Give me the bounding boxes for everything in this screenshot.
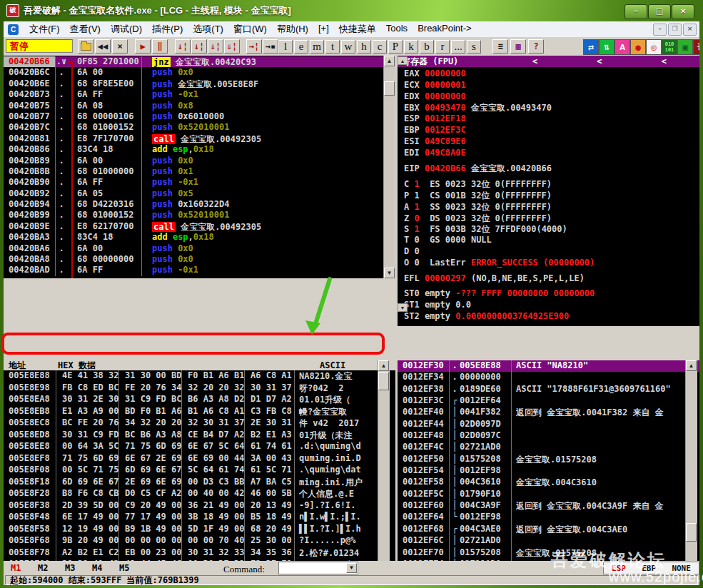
- stack-row[interactable]: 0012EF54│0012EF98: [398, 465, 699, 477]
- open-file-button[interactable]: [78, 39, 93, 54]
- register-line[interactable]: A 1 SS 0023 32位 0(FFFFFFFF): [404, 201, 699, 213]
- fpu-view-buttons[interactable]: < < <: [532, 56, 694, 67]
- register-line[interactable]: EAX 00000000: [404, 69, 699, 80]
- register-line[interactable]: Z 0 DS 0023 32位 0(FFFFFFFF): [404, 213, 699, 224]
- run-button[interactable]: ▶: [135, 39, 151, 54]
- disasm-scrollbar[interactable]: ▲ ▼: [383, 56, 395, 278]
- disassembly-pane[interactable]: 00420B66.∨0F85 2701000jnz 金宝宝取.00420C930…: [4, 56, 395, 278]
- dump-row[interactable]: 005E8EF871 75 6D 696E 67 2E 696E 69 00 4…: [4, 453, 395, 465]
- stack-row[interactable]: 0012EF4C│02721AD0: [398, 442, 699, 453]
- menu-item[interactable]: Tools: [381, 21, 413, 37]
- disasm-row[interactable]: 00420B90.6A FFpush -0x1: [4, 177, 395, 188]
- exchange-icon[interactable]: ⇄: [583, 39, 599, 55]
- stack-row[interactable]: 0012EF34.00000000: [398, 372, 699, 383]
- register-line[interactable]: EDX 00000000: [404, 91, 699, 103]
- stack-row[interactable]: 0012EF70│01575208金宝宝取.01575208: [398, 547, 699, 559]
- memory-tab-m5[interactable]: M5: [119, 563, 129, 573]
- register-line[interactable]: ST0 empty -??? FFFF 00000000 00000000: [404, 288, 699, 300]
- dump-row[interactable]: 005E8F186D 69 6E 672E 69 6E 6900 D3 C3 B…: [4, 477, 395, 489]
- target-icon[interactable]: ◎: [646, 39, 662, 55]
- dump-row[interactable]: 005E8E884E 41 38 3231 30 00 BDF0 B1 A6 B…: [4, 370, 395, 382]
- menu-item[interactable]: 调试(D): [106, 21, 147, 37]
- registers-scroll-down-icon[interactable]: ▼: [398, 303, 408, 312]
- stack-row[interactable]: 0012EF5C│01790F10: [398, 489, 699, 500]
- disasm-row[interactable]: 00420B77.68 00000106push 0x6010000: [4, 111, 395, 122]
- toolbar-letter-m-button[interactable]: m: [310, 40, 324, 54]
- register-line[interactable]: ST1 empty 0.0: [404, 300, 699, 311]
- register-line[interactable]: P 1 CS 001B 32位 0(FFFFFFFF): [404, 190, 699, 201]
- disasm-row[interactable]: 00420B66.∨0F85 2701000jnz 金宝宝取.00420C93: [4, 56, 395, 67]
- step-into-button[interactable]: ↓¦: [175, 39, 191, 54]
- disasm-row[interactable]: 00420BA3.83C4 18add esp,0x18: [4, 232, 395, 243]
- register-line[interactable]: EIP 00420B66 金宝宝取.00420B66: [404, 163, 699, 174]
- mdi-minimize-button[interactable]: –: [653, 24, 667, 36]
- assembler-icon[interactable]: A: [615, 39, 630, 55]
- register-line[interactable]: C 1 ES 0023 32位 0(FFFFFFFF): [404, 178, 699, 190]
- stack-row[interactable]: 0012EF6C│02721AD0: [398, 535, 699, 547]
- toolbar-letter-b-button[interactable]: b: [420, 40, 434, 54]
- dump-row[interactable]: 005E8ED830 31 C9 FDBC B6 A3 A8CE B4 D7 A…: [4, 430, 395, 442]
- stack-row[interactable]: 0012EF30.005E8E88ASCII "NA8210": [398, 360, 699, 372]
- step-over-button[interactable]: ↓¦: [191, 39, 207, 54]
- scroll-thumb[interactable]: [686, 523, 697, 542]
- hex-dump-pane[interactable]: 地址 HEX 数据 ASCII 005E8E884E 41 38 3231 30…: [4, 360, 395, 585]
- register-line[interactable]: ECX 00000001: [404, 80, 699, 91]
- stack-row[interactable]: 0012EF44│02D0097D: [398, 419, 699, 430]
- register-line[interactable]: T 0 GS 0000 NULL: [404, 235, 699, 246]
- memory-tab-m4[interactable]: M4: [92, 563, 102, 573]
- disasm-row[interactable]: 00420B86.83C4 18add esp,0x18: [4, 144, 395, 155]
- disasm-row[interactable]: 00420B75.6A 08push 0x8: [4, 101, 395, 111]
- stack-row[interactable]: 0012EF68┌004C3AE0返回到 金宝宝取.004C3AE0: [398, 524, 699, 535]
- command-input[interactable]: ▼: [278, 562, 358, 574]
- stack-pane[interactable]: 0012EF30.005E8E88ASCII "NA8210"0012EF34.…: [398, 360, 699, 585]
- disasm-row[interactable]: 00420B6E.68 8F8E5E00push 金宝宝取.005E8E8F: [4, 78, 395, 89]
- stack-view-ebp-button[interactable]: EBP: [642, 564, 656, 573]
- disasm-row[interactable]: 00420B81.E8 7F170700call 金宝宝取.00492305: [4, 133, 395, 144]
- dump-row[interactable]: 005E8EB8E1 A3 A9 00BD F0 B1 A6B1 A6 C8 A…: [4, 406, 395, 418]
- restart-button[interactable]: ◀◀: [95, 39, 111, 54]
- title-bar[interactable]: 破 吾爱破解 - 金宝宝取名软件.exe - [LCG - 主线程, 模块 - …: [0, 0, 703, 21]
- toolbar-letter-h-button[interactable]: h: [357, 40, 371, 54]
- disasm-row[interactable]: 00420B99.68 01000152push 0x52010001: [4, 210, 395, 220]
- menu-item[interactable]: 插件(P): [147, 21, 188, 37]
- scroll-up-icon[interactable]: ▲: [384, 56, 395, 66]
- scroll-thumb[interactable]: [378, 372, 389, 390]
- binary-icon[interactable]: 010101: [662, 39, 677, 55]
- dump-row[interactable]: 005E8EE800 64 3A 5C71 75 6D 696E 67 5C 6…: [4, 441, 395, 453]
- stack-row[interactable]: 0012EF48│02D0097C: [398, 430, 699, 442]
- register-line[interactable]: O 0 LastErr ERROR_SUCCESS (00000000): [404, 258, 699, 269]
- register-line[interactable]: ESI 049C89E6: [404, 136, 699, 148]
- stack-row[interactable]: 0012EF38.0189DE60ASCII "17888F61F31@3609…: [398, 384, 699, 395]
- disasm-row[interactable]: 00420B8B.68 01000000push 0x1: [4, 166, 395, 177]
- stack-row[interactable]: 0012EF64└0012EF98: [398, 512, 699, 523]
- toolbar-letter-c-button[interactable]: c: [373, 40, 387, 54]
- stack-row[interactable]: 0012EF60│004C3A9F返回到 金宝宝取.004C3A9F 来自 金: [398, 500, 699, 512]
- register-line[interactable]: ST2 empty 0.0000000003764925E900: [404, 311, 699, 323]
- toolbar-letter-dots-button[interactable]: ...: [451, 40, 465, 54]
- record-icon[interactable]: ●: [630, 39, 646, 55]
- menu-item[interactable]: BreakPoint->: [413, 21, 477, 37]
- disasm-row[interactable]: 00420B73.6A FFpush -0x1: [4, 89, 395, 100]
- log-window-button[interactable]: ≡: [492, 39, 508, 54]
- scroll-up-icon[interactable]: ▲: [686, 360, 697, 371]
- register-line[interactable]: D 0: [404, 246, 699, 258]
- scroll-up-icon[interactable]: ▲: [378, 360, 389, 371]
- animate-into-button[interactable]: ⇓¦: [208, 39, 223, 54]
- menu-item[interactable]: 窗口(W): [228, 21, 272, 37]
- window-icon[interactable]: ▣: [677, 39, 693, 55]
- stack-row[interactable]: 0012EF3C┌0012EF64: [398, 395, 699, 407]
- disasm-row[interactable]: 00420B9E.E8 62170700call 金宝宝取.00492305: [4, 221, 395, 232]
- stack-view-none-button[interactable]: NONE: [672, 564, 691, 573]
- pause-program-button[interactable]: ‖: [152, 39, 168, 54]
- animate-over-button[interactable]: ⇓¦: [224, 39, 240, 54]
- updown-arrows-icon[interactable]: ⇅: [599, 39, 615, 55]
- stack-scrollbar[interactable]: ▲ ▼: [685, 360, 697, 585]
- close-program-button[interactable]: ×: [112, 39, 128, 54]
- register-line[interactable]: EBX 00493470 金宝宝取.00493470: [404, 102, 699, 113]
- mdi-restore-button[interactable]: ❐: [668, 24, 682, 36]
- memory-tab-m1[interactable]: M1: [11, 563, 21, 573]
- chevron-down-icon[interactable]: ▼: [346, 563, 357, 573]
- minimize-button[interactable]: –: [624, 4, 647, 19]
- disasm-row[interactable]: 00420B94.68 D4220316push 0x160322D4: [4, 199, 395, 210]
- execute-till-user-button[interactable]: →▪: [263, 39, 278, 54]
